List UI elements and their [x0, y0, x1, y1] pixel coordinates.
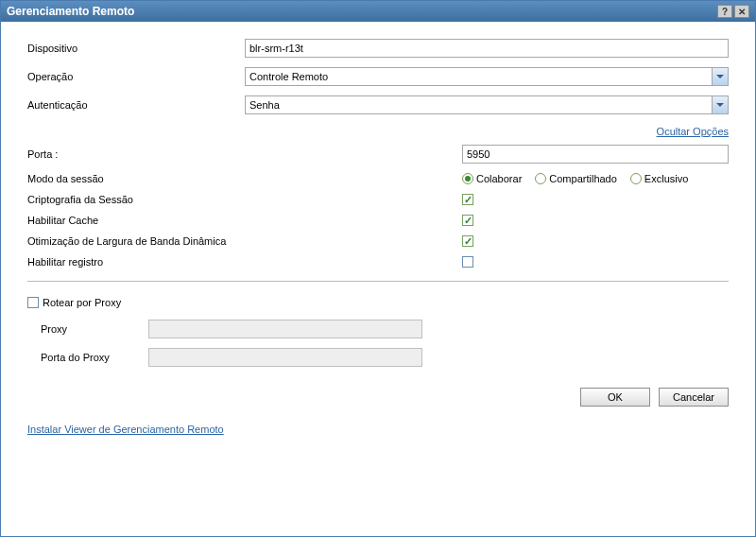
- proxy-port-input: [148, 348, 422, 367]
- proxy-label: Proxy: [41, 323, 148, 335]
- remote-management-dialog: Gerenciamento Remoto ? ✕ Dispositivo Ope…: [0, 0, 756, 537]
- install-viewer-link[interactable]: Instalar Viewer de Gerenciamento Remoto: [27, 424, 224, 435]
- dialog-title: Gerenciamento Remoto: [7, 5, 134, 18]
- radio-shared-label: Compartilhado: [549, 173, 617, 184]
- operation-select[interactable]: [245, 67, 729, 86]
- close-button[interactable]: ✕: [734, 5, 749, 18]
- ok-button[interactable]: OK: [580, 388, 650, 407]
- help-button[interactable]: ?: [717, 5, 732, 18]
- proxy-input: [148, 320, 422, 338]
- session-mode-radios: Colaborar Compartilhado Exclusivo: [462, 173, 696, 184]
- dialog-content: Dispositivo Operação Autenticação Oculta…: [1, 22, 755, 452]
- session-mode-label: Modo da sessão: [27, 173, 462, 184]
- cache-checkbox[interactable]: [462, 215, 473, 226]
- route-proxy-label: Rotear por Proxy: [43, 297, 121, 308]
- hide-options-link[interactable]: Ocultar Opções: [657, 126, 729, 137]
- proxy-port-label: Porta do Proxy: [41, 352, 148, 363]
- separator: [27, 281, 729, 282]
- device-input[interactable]: [245, 39, 729, 58]
- auth-label: Autenticação: [27, 99, 245, 111]
- logging-label: Habilitar registro: [27, 256, 462, 268]
- titlebar: Gerenciamento Remoto ? ✕: [1, 1, 755, 22]
- encrypt-checkbox[interactable]: [462, 194, 473, 205]
- logging-checkbox[interactable]: [462, 256, 473, 268]
- radio-exclusive[interactable]: [630, 173, 642, 184]
- operation-label: Operação: [27, 71, 245, 82]
- bandwidth-label: Otimização de Largura de Banda Dinâmica: [27, 235, 462, 247]
- route-proxy-checkbox[interactable]: [27, 297, 39, 308]
- encrypt-label: Criptografia da Sessão: [27, 194, 462, 205]
- radio-exclusive-label: Exclusivo: [644, 173, 688, 184]
- port-input[interactable]: [462, 145, 729, 164]
- titlebar-buttons: ? ✕: [717, 5, 749, 18]
- radio-shared[interactable]: [535, 173, 546, 184]
- bandwidth-checkbox[interactable]: [462, 235, 473, 247]
- cache-label: Habilitar Cache: [27, 215, 462, 226]
- radio-collaborate[interactable]: [462, 173, 473, 184]
- device-label: Dispositivo: [27, 43, 245, 54]
- port-label: Porta :: [27, 148, 462, 160]
- cancel-button[interactable]: Cancelar: [659, 388, 729, 407]
- auth-select[interactable]: [245, 95, 729, 114]
- radio-collaborate-label: Colaborar: [476, 173, 522, 184]
